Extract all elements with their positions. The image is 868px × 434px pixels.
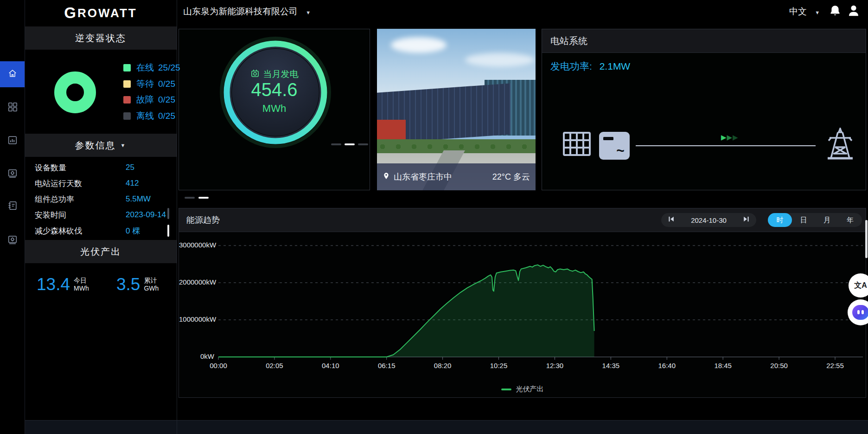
carousel-dot-active[interactable]: [345, 143, 355, 145]
notifications-button[interactable]: [829, 5, 841, 19]
waiting-swatch: [123, 80, 131, 88]
arrow-icon: ▶: [727, 133, 733, 142]
pv-today-label: 今日 MWh: [74, 277, 89, 293]
skip-next-icon[interactable]: [742, 215, 750, 225]
power-flow-line: [636, 145, 816, 146]
pv-total: 3.5 累计 GWh: [116, 275, 159, 294]
sidebar-item-settings[interactable]: [0, 228, 25, 254]
param-label: 安装时间: [35, 210, 66, 220]
pv-today-caption: 今日: [74, 277, 89, 285]
legend-count: 0/25: [158, 111, 175, 121]
y-axis-tick: 0kW: [179, 352, 214, 360]
x-axis-tick: 18:45: [702, 362, 744, 369]
sidebar: [0, 0, 25, 434]
user-icon: [847, 11, 861, 19]
legend-item-fault: 故障 0/25: [123, 92, 180, 108]
plant-photo-card: 山东省枣庄市中 22°C 多云: [377, 29, 536, 190]
power-flow-arrows: ▶ ▶ ▶: [721, 133, 739, 142]
period-tabs: 时 日 月 年: [768, 213, 862, 227]
carousel-dot-active[interactable]: [198, 197, 209, 199]
account-button[interactable]: [847, 4, 861, 19]
param-row: 设备数量25: [35, 160, 166, 175]
device-gear-icon: [7, 168, 18, 181]
sidebar-item-devices[interactable]: [0, 162, 25, 188]
energy-trend-panel: 能源趋势 2024-10-30 时 日 月 年 光伏产出 0kW1000000k…: [179, 208, 866, 398]
y-axis-tick: 3000000kW: [179, 241, 214, 249]
generation-power: 发电功率: 2.1MW: [550, 60, 630, 73]
panel-divider: [177, 421, 177, 434]
legend-count: 0/25: [158, 79, 175, 89]
grid-icon: [7, 102, 18, 114]
plant-selector[interactable]: 山东泉为新能源科技有限公司 ▼: [183, 6, 311, 18]
tab-month[interactable]: 月: [815, 213, 838, 227]
tab-day[interactable]: 日: [792, 213, 815, 227]
carousel-dot[interactable]: [331, 143, 341, 145]
cards-carousel-dots: [185, 197, 209, 199]
growatt-logo: GROWATT: [25, 0, 177, 26]
params-scrollbar-thumb[interactable]: [167, 225, 169, 237]
params-header[interactable]: 参数信息 ▼: [25, 134, 177, 157]
charging-meter-icon: [250, 69, 260, 80]
trend-header: [179, 208, 866, 232]
photo-cloud: [391, 37, 447, 53]
gauge-unit: MWh: [179, 103, 370, 115]
pv-today: 13.4 今日 MWh: [37, 275, 89, 294]
param-label: 设备数量: [35, 162, 66, 173]
param-value: 2023-09-14: [126, 210, 166, 220]
language-label: 中文: [789, 6, 807, 16]
date-picker[interactable]: 2024-10-30: [661, 213, 756, 227]
carousel-dot[interactable]: [358, 143, 368, 145]
inverter-status-title: 逆变器状态: [75, 32, 126, 45]
pv-total-label: 累计 GWh: [144, 277, 159, 293]
legend-item-online: 在线 25/25: [123, 60, 180, 76]
param-value: 412: [126, 179, 139, 188]
fault-swatch: [123, 96, 131, 104]
robot-icon: [852, 305, 868, 320]
dashboard: GROWATT 逆变器状态 在线 25/25 等待 0/25 故障 0/25: [0, 0, 868, 434]
tab-year[interactable]: 年: [839, 213, 862, 227]
svg-text:~: ~: [616, 143, 625, 158]
inverter-icon: ~: [599, 131, 630, 162]
trend-title: 能源趋势: [186, 208, 220, 232]
pv-total-value: 3.5: [116, 275, 140, 294]
page-scrollbar-thumb[interactable]: [865, 220, 868, 258]
y-axis-tick: 1000000kW: [179, 315, 214, 323]
params-list: 设备数量25 电站运行天数412 组件总功率5.5MW 安装时间2023-09-…: [35, 160, 166, 239]
photo-red-building: [377, 120, 406, 141]
params-scrollbar-track[interactable]: [167, 208, 169, 219]
param-row: 组件总功率5.5MW: [35, 191, 166, 207]
grid-tower-icon: [825, 128, 855, 163]
date-value[interactable]: 2024-10-30: [691, 216, 727, 224]
legend-item-waiting: 等待 0/25: [123, 76, 180, 92]
legend-label: 等待: [136, 78, 154, 90]
station-title: 电站系统: [550, 35, 587, 47]
chevron-down-icon: ▼: [121, 143, 127, 148]
param-label: 组件总功率: [35, 194, 74, 205]
x-axis-tick: 22:55: [814, 362, 856, 369]
pv-today-unit: MWh: [74, 285, 89, 293]
bottom-strip: [25, 420, 868, 434]
series-label: 光伏产出: [516, 385, 544, 394]
y-axis-tick: 2000000kW: [179, 278, 214, 286]
station-header: 电站系统: [542, 29, 866, 53]
legend-count: 25/25: [158, 63, 180, 73]
sidebar-item-plants[interactable]: [0, 95, 25, 121]
legend-item-offline: 离线 0/25: [123, 108, 180, 124]
sidebar-item-home[interactable]: [0, 61, 25, 87]
bar-chart-icon: [7, 135, 18, 147]
sidebar-item-logs[interactable]: [0, 194, 25, 220]
param-label: 电站运行天数: [35, 178, 82, 189]
param-row: 减少森林砍伐0 棵: [35, 223, 166, 239]
language-selector[interactable]: 中文 ▼: [789, 6, 820, 18]
pv-today-value: 13.4: [37, 275, 70, 294]
station-system-card: 电站系统 发电功率: 2.1MW ~ ▶ ▶ ▶: [542, 29, 866, 190]
x-axis-tick: 06:15: [366, 362, 408, 369]
gauge-value: 454.6: [179, 79, 370, 100]
sidebar-item-statistics[interactable]: [0, 128, 25, 154]
tab-hour[interactable]: 时: [768, 213, 792, 227]
x-axis-tick: 02:05: [254, 362, 295, 369]
legend-label: 故障: [136, 94, 154, 106]
monthly-generation-card: 当月发电 454.6 MWh: [179, 29, 370, 190]
skip-previous-icon[interactable]: [668, 215, 675, 225]
carousel-dot[interactable]: [185, 197, 195, 199]
